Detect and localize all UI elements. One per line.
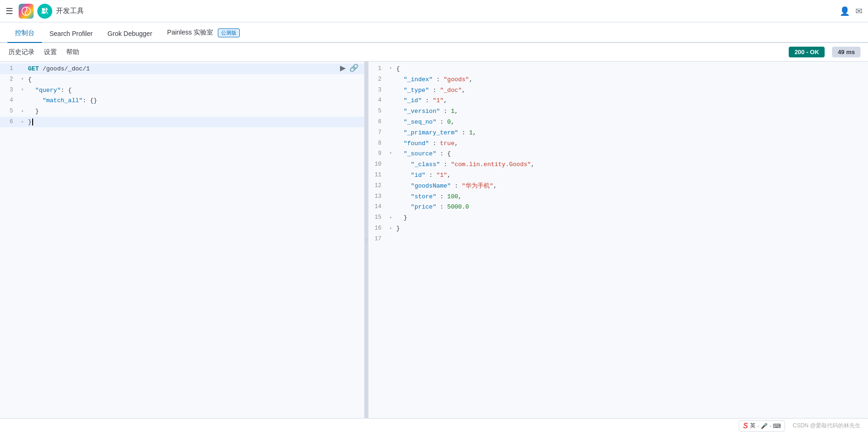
history-button[interactable]: 历史记录 [7,46,35,58]
result-line: 8 "found" : true, [368,138,868,149]
footer-tools: S 英 · 🎤 · ⌨ CSDN @爱敲代码的林先生 [739,420,861,432]
result-line: 5 "_version" : 1, [368,106,868,117]
result-content: "store" : 100, [395,191,868,202]
app-title: 开发工具 [56,7,84,15]
toolbar: 历史记录 设置 帮助 200 - OK 49 ms [0,43,868,62]
result-line-number: 16 [368,223,387,233]
editor-line[interactable]: 2▾{ [0,74,364,85]
tab-bar: 控制台 Search Profiler Grok Debugger Painle… [0,22,868,43]
fold-gutter[interactable] [19,95,26,97]
result-content: "price" : 5000.0 [395,202,868,212]
separator2: · [770,423,771,429]
result-fold-gutter[interactable] [387,202,395,203]
result-fold-gutter[interactable] [387,85,395,86]
keyboard-icon[interactable]: ⌨ [773,423,781,429]
result-fold-gutter[interactable] [387,191,395,193]
fold-gutter[interactable]: ▾ [19,85,26,94]
copy-icon[interactable]: 🔗 [349,63,359,72]
tab-console[interactable]: 控制台 [7,24,42,43]
tab-grok-debugger[interactable]: Grok Debugger [100,25,160,43]
result-fold-gutter[interactable] [387,127,395,129]
line-number: 1 [0,63,19,73]
result-fold-gutter[interactable]: ▴ [387,212,395,221]
result-line-number: 4 [368,95,387,105]
result-fold-gutter[interactable] [387,234,395,235]
result-line: 13 "store" : 100, [368,191,868,202]
fold-gutter[interactable]: ▾ [19,74,26,83]
result-content: { [395,63,868,74]
beta-badge: 公测版 [218,28,240,37]
result-line: 7 "_primary_term" : 1, [368,127,868,138]
result-fold-gutter[interactable] [387,181,395,182]
tab-painless-lab[interactable]: Painless 实验室 公测版 [160,24,247,43]
result-line: 16▴} [368,223,868,234]
editor-line[interactable]: 3▾ "query": { [0,85,364,96]
result-fold-gutter[interactable]: ▴ [387,223,395,232]
result-line-number: 12 [368,181,387,190]
hamburger-icon[interactable]: ☰ [6,6,13,16]
fold-gutter[interactable]: ▴ [19,117,26,126]
result-fold-gutter[interactable] [387,138,395,140]
result-content: } [395,223,868,234]
result-fold-gutter[interactable] [387,170,395,171]
result-fold-gutter[interactable]: ▾ [387,148,395,157]
result-line: 15▴ } [368,212,868,223]
fold-gutter[interactable]: ▴ [19,106,26,115]
result-content: } [395,212,868,223]
time-badge: 49 ms [832,47,861,57]
line-number: 4 [0,95,19,105]
editor-actions: ▶ 🔗 [340,63,359,72]
line-number: 5 [0,106,19,116]
code-content: { [26,74,364,85]
tab-search-profiler[interactable]: Search Profiler [42,25,100,43]
result-line-number: 5 [368,106,387,116]
result-fold-gutter[interactable] [387,106,395,107]
code-editor[interactable]: 1GET /goods/_doc/12▾{3▾ "query": {4 "mat… [0,62,364,418]
editor-line[interactable]: 5▴ } [0,106,364,117]
sougou-s-icon: S [743,422,748,430]
result-line-number: 7 [368,127,387,137]
watermark: CSDN @爱敲代码的林先生 [792,422,861,430]
result-content: "_version" : 1, [395,106,868,117]
mail-icon[interactable]: ✉ [855,6,862,16]
result-line: 17 [368,234,868,244]
pane-divider[interactable]: ⋮ [365,62,368,418]
result-fold-gutter[interactable] [387,159,395,161]
result-line-number: 15 [368,212,387,222]
code-content: "query": { [26,85,364,96]
result-fold-gutter[interactable] [387,95,395,97]
result-content: "goodsName" : "华为手机", [395,181,868,191]
result-content: "_primary_term" : 1, [395,127,868,138]
editor-line[interactable]: 4 "match_all": {} [0,95,364,106]
separator: · [757,423,759,429]
result-line-number: 3 [368,85,387,95]
help-button[interactable]: 帮助 [65,46,80,58]
result-line-number: 11 [368,170,387,180]
result-line-number: 14 [368,202,387,211]
result-fold-gutter[interactable] [387,74,395,76]
result-line-number: 6 [368,117,387,126]
result-fold-gutter[interactable]: ▾ [387,63,395,72]
fold-gutter[interactable] [19,63,26,65]
footer-bar: S 英 · 🎤 · ⌨ CSDN @爱敲代码的林先生 [0,418,868,433]
top-bar: ☰ 默 开发工具 👤 ✉ [0,0,868,22]
mic-icon[interactable]: 🎤 [761,423,768,429]
line-number: 6 [0,117,19,126]
editor-line[interactable]: 6▴} [0,117,364,127]
sougou-badge[interactable]: S 英 · 🎤 · ⌨ [739,420,785,432]
lang-label: 英 [750,422,756,430]
line-number: 3 [0,85,19,95]
settings-button[interactable]: 设置 [43,46,58,58]
code-content: } [26,106,364,117]
account-icon[interactable]: 👤 [840,6,850,16]
run-icon[interactable]: ▶ [340,63,346,72]
main-area: 1GET /goods/_doc/12▾{3▾ "query": {4 "mat… [0,62,868,418]
result-line: 6 "_seq_no" : 0, [368,117,868,127]
editor-line[interactable]: 1GET /goods/_doc/1 [0,63,364,74]
kibana-logo [19,4,34,19]
result-line: 14 "price" : 5000.0 [368,202,868,212]
result-line-number: 17 [368,234,387,244]
user-avatar[interactable]: 默 [37,4,52,19]
editor-pane[interactable]: 1GET /goods/_doc/12▾{3▾ "query": {4 "mat… [0,62,365,418]
result-fold-gutter[interactable] [387,117,395,118]
